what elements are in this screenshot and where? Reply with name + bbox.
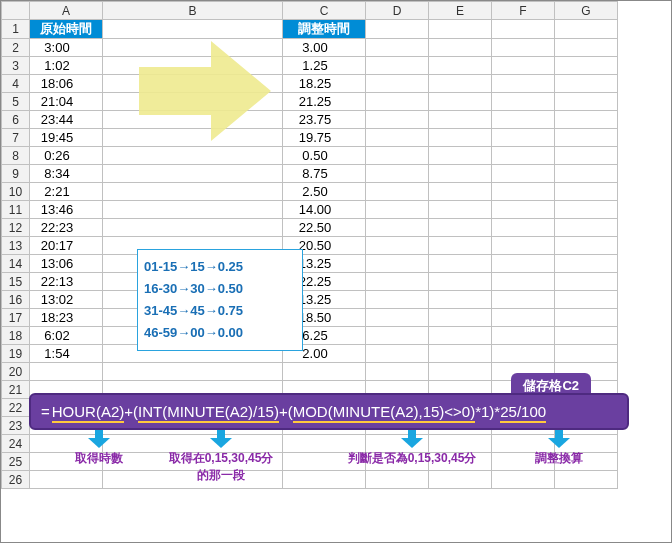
col-header-D[interactable]: D (366, 2, 429, 20)
cell[interactable] (103, 57, 283, 75)
row-header[interactable]: 13 (2, 237, 30, 255)
cell[interactable] (492, 75, 555, 93)
cell[interactable] (555, 75, 618, 93)
cell[interactable] (429, 363, 492, 381)
cell[interactable] (103, 75, 283, 93)
row-header[interactable]: 3 (2, 57, 30, 75)
cell[interactable] (492, 39, 555, 57)
row-header[interactable]: 17 (2, 309, 30, 327)
cell-adjusted-time[interactable]: 3.00 (283, 39, 366, 57)
cell[interactable] (103, 219, 283, 237)
cell[interactable] (429, 255, 492, 273)
cell-original-time[interactable]: 8:34 (30, 165, 103, 183)
cell[interactable] (366, 75, 429, 93)
cell[interactable] (429, 345, 492, 363)
cell[interactable] (555, 39, 618, 57)
cell[interactable] (366, 129, 429, 147)
cell[interactable] (429, 129, 492, 147)
row-header[interactable]: 19 (2, 345, 30, 363)
cell[interactable] (492, 129, 555, 147)
cell-original-time[interactable]: 22:23 (30, 219, 103, 237)
cell[interactable] (555, 291, 618, 309)
header-adjusted-time[interactable]: 調整時間 (283, 20, 366, 39)
cell[interactable] (429, 273, 492, 291)
cell[interactable] (555, 111, 618, 129)
cell[interactable] (103, 363, 283, 381)
cell[interactable] (366, 111, 429, 129)
row-header[interactable]: 10 (2, 183, 30, 201)
cell-original-time[interactable]: 13:06 (30, 255, 103, 273)
col-header-E[interactable]: E (429, 2, 492, 20)
row-header[interactable]: 8 (2, 147, 30, 165)
cell[interactable] (429, 237, 492, 255)
cell-original-time[interactable]: 21:04 (30, 93, 103, 111)
cell[interactable] (492, 165, 555, 183)
cell[interactable] (429, 309, 492, 327)
cell[interactable] (555, 147, 618, 165)
cell[interactable] (366, 291, 429, 309)
cell[interactable] (283, 363, 366, 381)
cell[interactable] (366, 219, 429, 237)
cell-adjusted-time[interactable]: 23.75 (283, 111, 366, 129)
row-header[interactable]: 24 (2, 435, 30, 453)
cell[interactable] (30, 363, 103, 381)
cell[interactable] (555, 255, 618, 273)
cell[interactable] (555, 93, 618, 111)
cell[interactable] (366, 273, 429, 291)
cell[interactable] (103, 165, 283, 183)
row-header[interactable]: 7 (2, 129, 30, 147)
cell[interactable] (429, 201, 492, 219)
cell-original-time[interactable]: 20:17 (30, 237, 103, 255)
cell[interactable] (492, 327, 555, 345)
cell[interactable] (492, 237, 555, 255)
row-header[interactable]: 6 (2, 111, 30, 129)
row-header[interactable]: 26 (2, 471, 30, 489)
cell-original-time[interactable]: 18:06 (30, 75, 103, 93)
cell[interactable] (366, 183, 429, 201)
cell[interactable] (492, 309, 555, 327)
cell[interactable] (366, 255, 429, 273)
cell-original-time[interactable]: 1:02 (30, 57, 103, 75)
cell[interactable] (429, 93, 492, 111)
cell[interactable] (492, 147, 555, 165)
cell[interactable] (366, 39, 429, 57)
cell[interactable] (555, 183, 618, 201)
cell[interactable] (555, 165, 618, 183)
row-header[interactable]: 9 (2, 165, 30, 183)
cell[interactable] (492, 57, 555, 75)
cell[interactable] (429, 219, 492, 237)
cell-original-time[interactable]: 19:45 (30, 129, 103, 147)
cell[interactable] (366, 309, 429, 327)
cell[interactable] (492, 183, 555, 201)
cell[interactable] (492, 111, 555, 129)
row-header[interactable]: 15 (2, 273, 30, 291)
col-header-F[interactable]: F (492, 2, 555, 20)
cell[interactable] (555, 129, 618, 147)
cell[interactable] (429, 57, 492, 75)
row-header[interactable]: 21 (2, 381, 30, 399)
cell[interactable] (429, 165, 492, 183)
cell[interactable] (429, 20, 492, 39)
cell[interactable] (492, 201, 555, 219)
cell[interactable] (366, 20, 429, 39)
cell[interactable] (366, 237, 429, 255)
cell-adjusted-time[interactable]: 18.25 (283, 75, 366, 93)
cell[interactable] (103, 111, 283, 129)
cell[interactable] (366, 57, 429, 75)
cell[interactable] (103, 39, 283, 57)
cell[interactable] (366, 201, 429, 219)
cell[interactable] (492, 291, 555, 309)
row-header[interactable]: 4 (2, 75, 30, 93)
cell[interactable] (492, 255, 555, 273)
cell[interactable] (366, 93, 429, 111)
cell-original-time[interactable]: 6:02 (30, 327, 103, 345)
row-header[interactable]: 5 (2, 93, 30, 111)
cell[interactable] (429, 327, 492, 345)
cell[interactable] (555, 345, 618, 363)
cell[interactable] (492, 345, 555, 363)
row-header[interactable]: 11 (2, 201, 30, 219)
cell[interactable] (429, 39, 492, 57)
col-header-G[interactable]: G (555, 2, 618, 20)
cell[interactable] (555, 20, 618, 39)
cell[interactable] (366, 165, 429, 183)
